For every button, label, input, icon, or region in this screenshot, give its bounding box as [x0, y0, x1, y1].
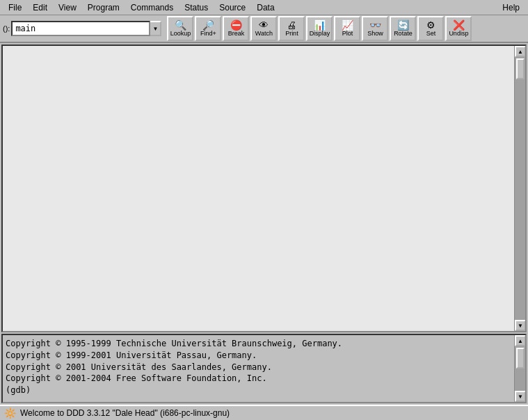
- find-icon: 🔎: [202, 20, 214, 30]
- lookup-icon: 🔍: [175, 20, 186, 30]
- scroll-down-btn[interactable]: ▼: [515, 320, 526, 331]
- menu-file[interactable]: File: [3, 1, 27, 14]
- input-group: (): ▼: [3, 21, 161, 36]
- menu-commands[interactable]: Commands: [125, 1, 179, 14]
- menu-help[interactable]: Help: [497, 1, 525, 14]
- scroll-track[interactable]: [515, 57, 525, 320]
- main-area: ▲ ▼: [1, 45, 527, 332]
- display-button[interactable]: 📊 Display: [306, 16, 333, 41]
- toolbar: (): ▼ 🔍 Lookup 🔎 Find+ ⛔ Break 👁 Watch 🖨…: [0, 15, 528, 43]
- console-scroll-down[interactable]: ▼: [515, 391, 526, 402]
- console-line: Copyright © 1995-1999 Technische Univers…: [6, 338, 511, 350]
- console-line: Copyright © 2001 Universität des Saarlan…: [6, 362, 511, 373]
- print-button[interactable]: 🖨 Print: [278, 16, 305, 41]
- set-button[interactable]: ⚙ Set: [417, 16, 444, 41]
- menu-edit[interactable]: Edit: [27, 1, 53, 14]
- console-line: Copyright © 2001-2004 Free Software Foun…: [6, 373, 511, 385]
- status-icon: 🔆: [4, 407, 16, 419]
- plot-icon: 📈: [342, 20, 353, 30]
- console-line: Copyright © 1999-2001 Universität Passau…: [6, 350, 511, 362]
- set-icon: ⚙: [426, 20, 435, 30]
- console-area: Copyright © 1995-1999 Technische Univers…: [1, 334, 527, 403]
- show-icon: 👓: [369, 20, 381, 30]
- console-output[interactable]: Copyright © 1995-1999 Technische Univers…: [3, 335, 514, 402]
- input-label: ():: [3, 24, 10, 33]
- menu-source[interactable]: Source: [214, 1, 251, 14]
- console-scrollbar[interactable]: ▲ ▼: [514, 335, 525, 402]
- scroll-up-btn[interactable]: ▲: [515, 46, 526, 57]
- undisp-button[interactable]: ❌ Undisp: [445, 16, 472, 41]
- break-button[interactable]: ⛔ Break: [223, 16, 249, 41]
- console-scroll-up[interactable]: ▲: [515, 335, 526, 346]
- rotate-icon: 🔄: [397, 20, 409, 30]
- statusbar: 🔆 Welcome to DDD 3.3.12 "Dale Head" (i68…: [0, 405, 528, 420]
- rotate-button[interactable]: 🔄 Rotate: [390, 16, 416, 41]
- status-text: Welcome to DDD 3.3.12 "Dale Head" (i686-…: [20, 408, 230, 418]
- menu-view[interactable]: View: [53, 1, 82, 14]
- console-scroll-track[interactable]: [515, 346, 525, 391]
- break-icon: ⛔: [230, 20, 242, 30]
- menu-data[interactable]: Data: [251, 1, 280, 14]
- undisp-icon: ❌: [453, 20, 465, 30]
- display-icon: 📊: [314, 20, 326, 30]
- menu-program[interactable]: Program: [82, 1, 125, 14]
- console-line: (gdb): [6, 385, 511, 396]
- show-button[interactable]: 👓 Show: [362, 16, 388, 41]
- watch-icon: 👁: [259, 20, 269, 30]
- expression-input[interactable]: [11, 21, 150, 36]
- find-button[interactable]: 🔎 Find+: [195, 16, 221, 41]
- source-view[interactable]: [3, 46, 514, 331]
- menubar: File Edit View Program Commands Status S…: [0, 0, 528, 15]
- print-icon: 🖨: [287, 20, 296, 30]
- console-scroll-thumb[interactable]: [516, 348, 525, 369]
- menu-status[interactable]: Status: [179, 1, 214, 14]
- scroll-thumb[interactable]: [516, 58, 525, 79]
- watch-button[interactable]: 👁 Watch: [250, 16, 277, 41]
- main-scrollbar-v[interactable]: ▲ ▼: [514, 46, 525, 331]
- expression-dropdown[interactable]: ▼: [150, 21, 161, 36]
- plot-button[interactable]: 📈 Plot: [334, 16, 360, 41]
- lookup-button[interactable]: 🔍 Lookup: [167, 16, 193, 41]
